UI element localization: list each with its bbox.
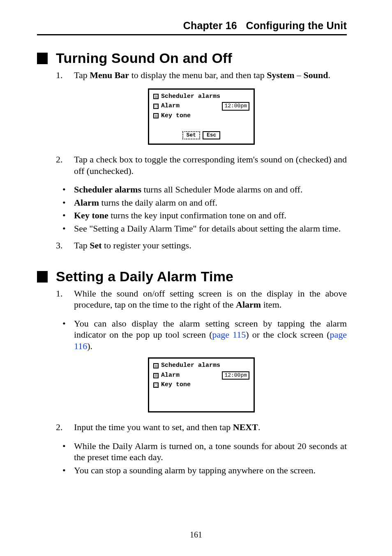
text: .: [258, 422, 261, 432]
step-number: 1.: [56, 288, 63, 299]
text: turns the daily alarm on and off.: [99, 197, 217, 208]
keytone-label: Key tone: [161, 381, 191, 389]
device-screenshot-2: ☒ Scheduler alarms ☒ Alarm 12:00pm ☐ Key…: [148, 357, 255, 412]
text: to register your settings.: [102, 240, 191, 250]
text: turns the key input confirmation tone on…: [108, 210, 286, 220]
figure1-wrap: ☒ Scheduler alarms ☐ Alarm 12:00pm ☒ Key…: [56, 88, 347, 145]
scheduler-label: Scheduler alarms: [161, 93, 220, 101]
keytone-checkbox[interactable]: ☒: [153, 113, 159, 118]
page: Chapter 16 Configuring the Unit Turning …: [0, 0, 392, 556]
scheduler-checkbox[interactable]: ☒: [153, 94, 159, 99]
set-button[interactable]: Set: [182, 131, 200, 139]
keytone-checkbox[interactable]: ☐: [153, 382, 159, 388]
system-label: System: [267, 70, 294, 80]
text: item.: [261, 299, 281, 310]
text: ) or the clock screen (: [246, 329, 330, 340]
bullet-icon: •: [62, 210, 66, 221]
page-link-115[interactable]: page 115: [212, 329, 246, 340]
chapter-title: Configuring the Unit: [246, 20, 347, 31]
bullet-item: •Alarm turns the daily alarm on and off.: [56, 197, 347, 208]
bullet-icon: •: [62, 318, 66, 329]
text: While the sound on/off setting screen is…: [74, 288, 347, 310]
section1-body: 1. Tap Menu Bar to display the menu bar,…: [56, 70, 347, 251]
bold-text: Scheduler alarms: [74, 184, 141, 195]
text: Tap a check box to toggle the correspond…: [74, 154, 347, 176]
running-head: Chapter 16 Configuring the Unit: [37, 20, 347, 35]
alarm-time[interactable]: 12:00pm: [222, 102, 249, 110]
alarm-label: Alarm: [161, 372, 180, 380]
scheduler-label: Scheduler alarms: [161, 362, 220, 370]
section2-bullets-1: •You can also display the alarm setting …: [56, 318, 347, 352]
bold-text: Alarm: [74, 197, 99, 208]
alarm-label: Alarm: [161, 102, 180, 110]
step-number: 2.: [56, 154, 63, 165]
bullet-item: •While the Daily Alarm is turned on, a t…: [56, 440, 347, 463]
section-daily-alarm: Setting a Daily Alarm Time 1. While the …: [37, 269, 347, 476]
set-label: Set: [90, 240, 101, 250]
dev2-row-keytone: ☐ Key tone: [153, 381, 249, 389]
text: Tap: [74, 240, 90, 250]
section2-bullets-2: •While the Daily Alarm is turned on, a t…: [56, 440, 347, 476]
text: –: [295, 70, 304, 80]
keytone-label: Key tone: [161, 112, 191, 120]
bullet-item: •You can also display the alarm setting …: [56, 318, 347, 352]
menu-bar-label: Menu Bar: [90, 70, 129, 80]
text: While the Daily Alarm is turned on, a to…: [74, 441, 347, 463]
step-number: 3.: [56, 240, 63, 251]
section2-body: 1. While the sound on/off setting screen…: [56, 288, 347, 476]
section-turning-sound: Turning Sound On and Off 1. Tap Menu Bar…: [37, 50, 347, 251]
text: turns all Scheduler Mode alarms on and o…: [141, 184, 302, 195]
figure2-wrap: ☒ Scheduler alarms ☒ Alarm 12:00pm ☐ Key…: [56, 357, 347, 412]
section2-steps: 1. While the sound on/off setting screen…: [56, 288, 347, 310]
section1-step1: 1. Tap Menu Bar to display the menu bar,…: [56, 70, 347, 81]
device-screenshot-1: ☒ Scheduler alarms ☐ Alarm 12:00pm ☒ Key…: [148, 88, 255, 145]
next-label: NEXT: [233, 422, 258, 432]
section1-steps: 1. Tap Menu Bar to display the menu bar,…: [56, 70, 347, 81]
section1-step2: 2. Tap a check box to toggle the corresp…: [56, 154, 347, 176]
section1-bullets: •Scheduler alarms turns all Scheduler Mo…: [56, 184, 347, 234]
bullet-icon: •: [62, 223, 66, 234]
bold-text: Key tone: [74, 210, 108, 220]
alarm-checkbox[interactable]: ☒: [153, 373, 159, 378]
esc-button[interactable]: Esc: [203, 131, 220, 139]
section2-step1: 1. While the sound on/off setting screen…: [56, 288, 347, 310]
text: to display the menu bar, and then tap: [129, 70, 267, 80]
section1-steps-cont: 2. Tap a check box to toggle the corresp…: [56, 154, 347, 176]
bullet-icon: •: [62, 184, 66, 195]
section-heading: Turning Sound On and Off: [56, 50, 347, 66]
scheduler-checkbox[interactable]: ☒: [153, 363, 159, 368]
dev1-buttons: Set Esc: [153, 131, 249, 139]
step-number: 1.: [56, 70, 63, 81]
bullet-item: •Scheduler alarms turns all Scheduler Mo…: [56, 184, 347, 195]
text: Tap: [74, 70, 90, 80]
section-heading: Setting a Daily Alarm Time: [56, 269, 347, 285]
section-marker-icon: [37, 271, 48, 283]
bullet-item: •See "Setting a Daily Alarm Time" for de…: [56, 223, 347, 234]
sound-label: Sound: [304, 70, 328, 80]
section1-steps-cont2: 3. Tap Set to register your settings.: [56, 240, 347, 251]
dev1-row-scheduler: ☒ Scheduler alarms: [153, 93, 249, 101]
bullet-icon: •: [62, 197, 66, 208]
alarm-time[interactable]: 12:00pm: [222, 371, 249, 380]
text: You can stop a sounding alarm by tapping…: [74, 465, 316, 475]
dev2-row-alarm: ☒ Alarm 12:00pm: [153, 371, 249, 380]
text: .: [328, 70, 330, 80]
dev2-row-scheduler: ☒ Scheduler alarms: [153, 362, 249, 370]
section1-step3: 3. Tap Set to register your settings.: [56, 240, 347, 251]
dev1-row-alarm: ☐ Alarm 12:00pm: [153, 102, 249, 110]
section2-step2: 2. Input the time you want to set, and t…: [56, 422, 347, 433]
section2-steps-cont: 2. Input the time you want to set, and t…: [56, 422, 347, 433]
bullet-icon: •: [62, 440, 66, 452]
text: See "Setting a Daily Alarm Time" for det…: [74, 223, 341, 234]
alarm-label: Alarm: [236, 299, 261, 310]
text: ).: [87, 341, 92, 351]
bullet-item: •Key tone turns the key input confirmati…: [56, 210, 347, 221]
chapter-label: Chapter 16: [183, 20, 237, 31]
bullet-icon: •: [62, 465, 66, 476]
alarm-checkbox[interactable]: ☐: [153, 104, 159, 109]
section-marker-icon: [37, 53, 48, 64]
text: Input the time you want to set, and then…: [74, 422, 233, 432]
page-number: 161: [0, 530, 392, 540]
bullet-item: •You can stop a sounding alarm by tappin…: [56, 465, 347, 476]
dev1-row-keytone: ☒ Key tone: [153, 112, 249, 120]
